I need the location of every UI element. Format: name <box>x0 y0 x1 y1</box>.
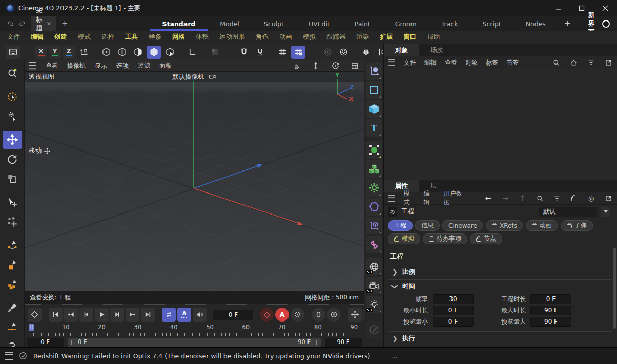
menu-item[interactable]: 选择 <box>101 33 114 41</box>
dolly-view-icon[interactable] <box>311 61 321 71</box>
primitive-cube-button[interactable] <box>366 100 382 118</box>
attribute-tab-chip[interactable]: 节点 <box>470 233 502 244</box>
mirror-button[interactable] <box>359 46 373 59</box>
filter-icon[interactable] <box>552 194 562 203</box>
timeline-ruler[interactable]: 0102030405060708090 <box>27 324 362 337</box>
asset-browser-button[interactable] <box>6 46 20 59</box>
search-icon[interactable] <box>536 194 545 203</box>
viewport-menu-item[interactable]: 面板 <box>159 61 172 70</box>
menu-item[interactable]: 工具 <box>125 33 138 41</box>
play-mode-button[interactable]: A <box>177 308 191 322</box>
attribute-tab-chip[interactable]: 动画 <box>526 220 558 231</box>
document-tab[interactable]: 未标题 1 ✕ <box>31 16 56 31</box>
goto-end-button[interactable] <box>141 308 155 322</box>
menu-item[interactable]: 动画 <box>279 33 292 41</box>
attribute-scrollbar[interactable] <box>613 248 616 329</box>
object-manager-menu-item[interactable]: 编辑 <box>424 58 437 67</box>
brush-tool-button[interactable] <box>3 298 22 317</box>
snap-toggle-button[interactable] <box>237 46 251 59</box>
attribute-manager-menu-item[interactable]: 用户数据 <box>444 189 467 207</box>
axis-gizmo[interactable]: Y Z X <box>325 74 357 103</box>
edges-mode-button[interactable] <box>115 46 129 59</box>
menu-item[interactable]: 跟踪器 <box>326 33 346 41</box>
sketch-spline-button[interactable] <box>3 318 22 336</box>
layout-tab[interactable]: Groom <box>383 16 429 31</box>
record-objects-button[interactable] <box>260 308 274 322</box>
goto-prev-key-button[interactable] <box>64 308 78 322</box>
points-mode-button[interactable] <box>99 46 113 59</box>
menu-item[interactable]: 网格 <box>172 33 185 41</box>
camera-label[interactable]: 默认摄像机 <box>25 73 364 81</box>
annotation-button[interactable] <box>366 321 382 338</box>
menu-item[interactable]: 模拟 <box>303 33 316 41</box>
attribute-manager-menu-item[interactable]: 模式 <box>404 189 416 207</box>
tweak-tool-button[interactable] <box>3 107 22 125</box>
document-tab-close-icon[interactable]: ✕ <box>47 20 51 27</box>
spline-primitive-button[interactable] <box>366 81 382 99</box>
search-icon[interactable] <box>551 58 561 67</box>
grid-snap-lock-button[interactable] <box>291 46 305 59</box>
null-object-button[interactable] <box>366 62 382 80</box>
spline-pen-button[interactable] <box>3 236 22 254</box>
object-manager-menu-item[interactable]: 文件 <box>404 58 416 67</box>
parent-object-icon[interactable]: ↑ <box>518 194 527 203</box>
menu-item[interactable]: 创建 <box>54 33 67 41</box>
viewport-menu-icon[interactable] <box>29 62 36 70</box>
attribute-tab-chip[interactable]: 模拟 <box>388 233 420 244</box>
filter-icon[interactable] <box>586 58 595 67</box>
layout-tab[interactable]: Paint <box>342 16 383 31</box>
history-forward-icon[interactable]: → <box>501 194 510 203</box>
menu-item[interactable]: 渲染 <box>357 33 369 41</box>
lock-icon[interactable] <box>570 194 579 203</box>
add-layout-button[interactable]: + <box>558 16 577 31</box>
current-frame-field[interactable]: 0 F <box>213 310 253 320</box>
object-manager-menu-item[interactable]: 对象 <box>465 58 478 67</box>
attribute-tab-chip[interactable]: Cineware <box>442 220 483 231</box>
open-in-window-icon[interactable] <box>604 194 613 203</box>
keyframe-parameter-button[interactable] <box>327 308 341 322</box>
home-icon[interactable] <box>569 58 578 67</box>
tool-settings-button[interactable] <box>336 46 351 59</box>
attribute-manager-menu-icon[interactable] <box>388 195 395 202</box>
workplane-lock-button[interactable] <box>208 46 222 59</box>
preview-min-field[interactable]: 0 F <box>433 317 474 327</box>
attribute-tab-chip[interactable]: XRefs <box>486 220 523 231</box>
viewport-canvas[interactable]: 透视视图 默认摄像机 移动 Y Z X <box>25 72 364 291</box>
preset-dropdown[interactable]: 默认 <box>539 207 597 217</box>
menu-item[interactable]: 帮助 <box>427 33 440 41</box>
rectangle-spline-button[interactable] <box>3 255 22 274</box>
workplane-button[interactable] <box>185 46 199 59</box>
status-message[interactable]: Redshift Warning: Failed to init Optix 7… <box>33 352 370 360</box>
points-move-tool-button[interactable] <box>3 212 22 231</box>
toggle-views-icon[interactable] <box>349 61 360 71</box>
range-right-grip[interactable] <box>315 340 319 345</box>
goto-next-frame-button[interactable] <box>110 308 124 322</box>
close-button[interactable] <box>593 0 617 16</box>
menu-item[interactable]: 窗口 <box>404 33 417 41</box>
sky-button[interactable]: ST <box>366 258 382 275</box>
preset-dropdown-arrow[interactable] <box>601 207 610 217</box>
attribute-tab-chip[interactable]: 待办事项 <box>423 233 467 244</box>
layout-tab[interactable]: Model <box>208 16 252 31</box>
range-start-field[interactable]: 0 F <box>27 338 64 347</box>
autokey-button[interactable]: A <box>275 308 289 322</box>
minimize-button[interactable] <box>546 0 570 16</box>
group-scale[interactable]: ❯比例 <box>384 265 617 279</box>
menu-item[interactable]: 文件 <box>7 33 20 41</box>
tab-takes[interactable]: 场次 <box>419 44 455 56</box>
project-duration-field[interactable]: 0 F <box>530 294 571 304</box>
scale-tool-button[interactable] <box>3 169 22 188</box>
layout-tab[interactable]: Script <box>470 16 513 31</box>
cloner-button[interactable] <box>366 160 382 178</box>
viewport-menu-item[interactable]: 显示 <box>95 61 107 70</box>
play-button[interactable] <box>95 308 109 322</box>
viewport-menu-item[interactable]: 过滤 <box>138 61 150 70</box>
attribute-tab-chip[interactable]: 子弹 <box>561 220 593 231</box>
redo-icon[interactable] <box>17 19 28 28</box>
group-execution[interactable]: ❯执行 <box>384 332 617 346</box>
history-back-icon[interactable]: ← <box>484 194 493 203</box>
lock-x-axis-button[interactable]: X <box>35 46 47 59</box>
tab-objects[interactable]: 对象 <box>384 44 419 56</box>
preview-max-field[interactable]: 90 F <box>530 317 571 327</box>
polygon-pen-button[interactable] <box>3 275 22 293</box>
